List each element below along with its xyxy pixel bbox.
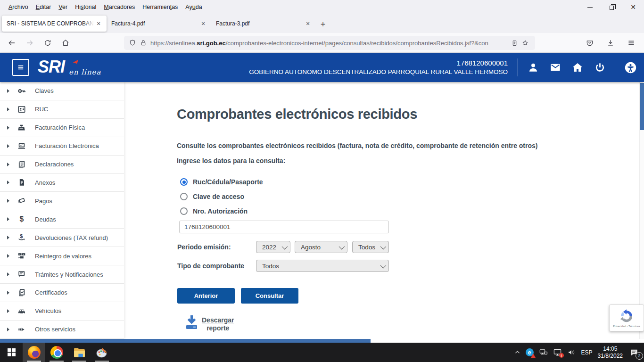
speaker-icon[interactable]: [567, 348, 576, 357]
radio-clave-acceso[interactable]: Clave de acceso: [180, 192, 244, 201]
logout-button[interactable]: [593, 60, 607, 74]
download-report-icon[interactable]: [185, 315, 198, 329]
sidebar-item-reintegro[interactable]: Reintegro de valores: [0, 247, 124, 265]
radio-ruc-cedula-pasaporte[interactable]: Ruc/Cédula/Pasaporte: [180, 178, 263, 186]
sidebar-menu: Claves RUC Facturación Física Facturació…: [0, 82, 124, 339]
horizontal-scrollbar[interactable]: [0, 339, 644, 343]
sidebar-toggle-button[interactable]: [12, 59, 29, 76]
sidebar-item-tramites[interactable]: Trámites y Notificaciones: [0, 265, 124, 284]
sidebar-item-deudas[interactable]: $ Deudas: [0, 210, 124, 229]
network-icon[interactable]: [539, 348, 548, 357]
menu-ayuda[interactable]: Ayuda: [182, 2, 206, 12]
tab-sri[interactable]: SRI - SISTEMA DE COMPROBANTES ✕: [2, 16, 107, 32]
sidebar-item-facturacion-fisica[interactable]: Facturación Física: [0, 119, 124, 137]
anterior-button[interactable]: Anterior: [177, 288, 235, 304]
chevron-down-icon: [282, 243, 288, 249]
reload-button[interactable]: [40, 35, 56, 50]
vertical-scrollbar-thumb[interactable]: [640, 83, 644, 130]
radio-icon[interactable]: [180, 178, 188, 186]
reload-icon: [43, 39, 52, 47]
clock[interactable]: 14:05 31/8/2022: [598, 346, 623, 360]
sri-logo[interactable]: SRI en línea: [38, 56, 108, 80]
dollar-icon: $: [16, 214, 27, 224]
year-select[interactable]: 2022: [256, 241, 290, 253]
action-center-button[interactable]: 2: [628, 346, 640, 359]
sidebar-item-devoluciones[interactable]: $ Devoluciones (TAX refund): [0, 229, 124, 247]
reader-view-icon[interactable]: [511, 40, 518, 47]
sidebar-item-vehiculos[interactable]: Vehículos: [0, 302, 124, 321]
clock-date: 31/8/2022: [598, 353, 623, 360]
type-select[interactable]: Todos: [256, 260, 389, 272]
close-tab-icon[interactable]: ✕: [94, 19, 103, 28]
sidebar-item-anexos[interactable]: Anexos: [0, 174, 124, 192]
shield-icon[interactable]: [129, 39, 136, 47]
chat-document-icon: [16, 269, 27, 280]
taskbar-chrome[interactable]: [45, 343, 68, 362]
sidebar-item-otros-servicios[interactable]: Otros servicios: [0, 321, 124, 339]
minimize-button[interactable]: [579, 0, 601, 14]
bookmark-star-icon[interactable]: [521, 39, 529, 47]
back-button[interactable]: [4, 35, 20, 50]
menu-herramientas[interactable]: Herramientas: [139, 2, 182, 12]
sidebar-item-claves[interactable]: Claves: [0, 82, 124, 100]
recaptcha-badge[interactable]: Privacidad - Términos: [609, 304, 644, 331]
id-card-icon: [16, 104, 27, 115]
pocket-button[interactable]: [582, 35, 598, 50]
menu-historial[interactable]: Historial: [71, 2, 100, 12]
month-select[interactable]: Agosto: [295, 241, 347, 253]
display-warning-icon[interactable]: !: [553, 348, 562, 357]
forward-button[interactable]: [22, 35, 38, 50]
new-tab-button[interactable]: ＋: [316, 16, 330, 31]
taxpayer-name: GOBIERNO AUTONOMO DESCENTRALIZADO PARROQ…: [249, 67, 508, 76]
radio-icon[interactable]: [180, 207, 188, 215]
sidebar-item-pagos[interactable]: Pagos: [0, 192, 124, 210]
restore-icon: [610, 6, 614, 10]
horizontal-scrollbar-thumb[interactable]: [0, 339, 371, 343]
download-report-link[interactable]: Descargar reporte: [202, 316, 234, 332]
download-icon: [606, 39, 615, 47]
vertical-scrollbar[interactable]: [639, 82, 644, 339]
menu-marcadores[interactable]: Marcadores: [100, 2, 139, 12]
menu-ver[interactable]: Ver: [55, 2, 71, 12]
messages-button[interactable]: [548, 60, 562, 74]
close-tab-icon[interactable]: ✕: [198, 19, 208, 28]
language-indicator[interactable]: ESP: [581, 349, 593, 356]
start-button[interactable]: [0, 343, 23, 362]
taskbar-file-explorer[interactable]: [68, 343, 91, 362]
menu-archivo[interactable]: Archivo: [5, 2, 32, 12]
sidebar-item-facturacion-electronica[interactable]: Facturación Electrónica: [0, 137, 124, 156]
sidebar-item-certificados[interactable]: Certificados: [0, 284, 124, 302]
home-button[interactable]: [58, 35, 74, 50]
tab-factura-3[interactable]: Factura-3.pdf ✕: [211, 16, 316, 32]
address-bar[interactable]: https://srienlinea.sri.gob.ec/comprobant…: [124, 36, 535, 50]
day-select[interactable]: Todos: [352, 241, 389, 253]
id-input[interactable]: [179, 221, 389, 233]
caret-icon: [7, 144, 9, 148]
close-button[interactable]: ✕: [622, 0, 644, 14]
caret-icon: [7, 236, 9, 239]
restore-button[interactable]: [601, 0, 622, 14]
home-button-site[interactable]: [570, 60, 585, 74]
radio-icon[interactable]: [180, 193, 188, 200]
sidebar-item-declaraciones[interactable]: Declaraciones: [0, 156, 124, 174]
close-tab-icon[interactable]: ✕: [303, 19, 313, 28]
accessibility-button[interactable]: [623, 60, 637, 74]
car-icon: [16, 306, 27, 316]
sidebar-item-ruc[interactable]: RUC: [0, 100, 124, 119]
tray-chevron-up-icon[interactable]: [514, 349, 520, 355]
tab-title: Factura-3.pdf: [216, 20, 303, 27]
profile-button[interactable]: [526, 60, 540, 74]
tab-title: SRI - SISTEMA DE COMPROBANTES: [7, 20, 94, 27]
lock-icon[interactable]: [140, 39, 147, 47]
eset-icon[interactable]: e: [526, 348, 534, 356]
paint-palette-icon: [96, 346, 108, 359]
taskbar-firefox[interactable]: [23, 343, 45, 362]
taskbar-paint[interactable]: [91, 343, 113, 362]
radio-nro-autorizacion[interactable]: Nro. Autorización: [180, 207, 248, 215]
menu-editar[interactable]: Editar: [32, 2, 55, 12]
downloads-button[interactable]: [603, 35, 619, 50]
tab-factura-4[interactable]: Factura-4.pdf ✕: [107, 16, 211, 32]
app-menu-button[interactable]: [623, 35, 639, 50]
consultar-button[interactable]: Consultar: [241, 288, 298, 304]
chrome-icon: [50, 346, 63, 359]
